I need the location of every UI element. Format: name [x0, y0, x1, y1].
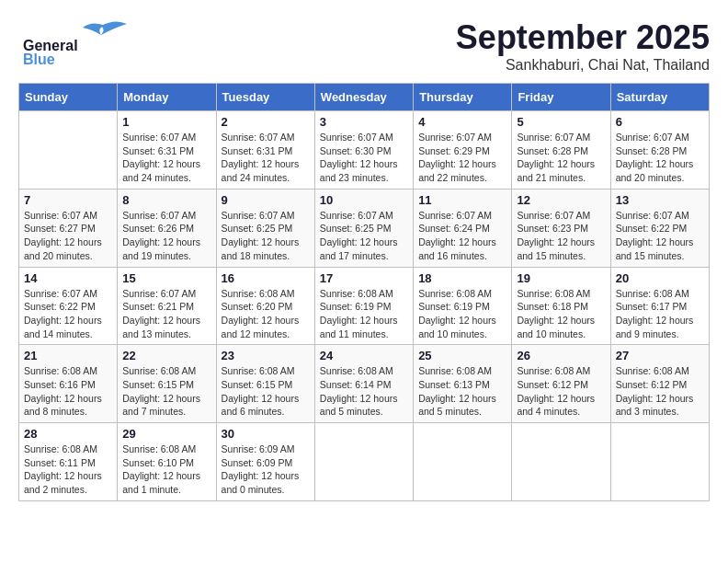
weekday-header-thursday: Thursday [414, 84, 512, 111]
day-info: Sunrise: 6:07 AMSunset: 6:23 PMDaylight:… [517, 209, 605, 263]
day-number: 21 [24, 349, 112, 362]
day-info: Sunrise: 6:07 AMSunset: 6:22 PMDaylight:… [616, 209, 704, 263]
day-number: 7 [24, 193, 112, 207]
calendar-cell: 7Sunrise: 6:07 AMSunset: 6:27 PMDaylight… [19, 189, 118, 267]
day-info: Sunrise: 6:09 AMSunset: 6:09 PMDaylight:… [222, 442, 310, 497]
day-number: 15 [122, 271, 210, 285]
day-number: 28 [24, 427, 112, 441]
day-number: 20 [616, 271, 704, 285]
weekday-header-monday: Monday [118, 84, 216, 111]
day-info: Sunrise: 6:07 AMSunset: 6:31 PMDaylight:… [222, 131, 310, 185]
calendar-cell: 22Sunrise: 6:08 AMSunset: 6:15 PMDayligh… [118, 345, 216, 423]
day-number: 26 [517, 349, 605, 362]
calendar-cell: 11Sunrise: 6:07 AMSunset: 6:24 PMDayligh… [414, 189, 512, 267]
calendar-cell: 2Sunrise: 6:07 AMSunset: 6:31 PMDaylight… [216, 111, 314, 190]
calendar-cell [314, 423, 413, 501]
calendar-cell: 9Sunrise: 6:07 AMSunset: 6:25 PMDaylight… [216, 189, 314, 267]
day-info: Sunrise: 6:08 AMSunset: 6:10 PMDaylight:… [122, 442, 210, 497]
day-number: 25 [418, 349, 506, 362]
title-block: September 2025 Sankhaburi, Chai Nat, Tha… [456, 18, 710, 74]
day-number: 27 [616, 349, 704, 362]
day-info: Sunrise: 6:08 AMSunset: 6:11 PMDaylight:… [24, 442, 112, 497]
day-number: 6 [616, 115, 704, 129]
calendar-cell: 24Sunrise: 6:08 AMSunset: 6:14 PMDayligh… [314, 345, 413, 423]
calendar-cell: 8Sunrise: 6:07 AMSunset: 6:26 PMDaylight… [118, 189, 216, 267]
calendar-cell: 21Sunrise: 6:08 AMSunset: 6:16 PMDayligh… [19, 345, 118, 423]
day-number: 8 [122, 193, 210, 207]
day-number: 5 [517, 115, 605, 129]
logo-svg: General Blue [18, 18, 129, 64]
calendar-cell: 3Sunrise: 6:07 AMSunset: 6:30 PMDaylight… [314, 111, 413, 190]
day-number: 2 [222, 115, 310, 129]
day-number: 12 [517, 193, 605, 207]
day-info: Sunrise: 6:08 AMSunset: 6:15 PMDaylight:… [122, 364, 210, 419]
day-info: Sunrise: 6:07 AMSunset: 6:30 PMDaylight:… [320, 131, 408, 185]
day-number: 24 [320, 349, 408, 362]
day-info: Sunrise: 6:07 AMSunset: 6:28 PMDaylight:… [517, 131, 605, 185]
calendar-cell: 17Sunrise: 6:08 AMSunset: 6:19 PMDayligh… [314, 267, 413, 345]
weekday-header-wednesday: Wednesday [314, 84, 413, 111]
calendar-cell: 28Sunrise: 6:08 AMSunset: 6:11 PMDayligh… [19, 423, 118, 501]
day-number: 16 [222, 271, 310, 285]
day-number: 19 [517, 271, 605, 285]
calendar-cell: 27Sunrise: 6:08 AMSunset: 6:12 PMDayligh… [610, 345, 709, 423]
month-title: September 2025 [456, 18, 710, 57]
day-info: Sunrise: 6:07 AMSunset: 6:27 PMDaylight:… [24, 209, 112, 263]
day-info: Sunrise: 6:08 AMSunset: 6:19 PMDaylight:… [320, 287, 408, 341]
day-number: 29 [122, 427, 210, 441]
day-info: Sunrise: 6:07 AMSunset: 6:26 PMDaylight:… [122, 209, 210, 263]
page-header: General Blue September 2025 Sankhaburi, … [18, 18, 710, 74]
calendar-cell: 19Sunrise: 6:08 AMSunset: 6:18 PMDayligh… [512, 267, 610, 345]
calendar-week-2: 14Sunrise: 6:07 AMSunset: 6:22 PMDayligh… [19, 267, 710, 345]
calendar-cell: 25Sunrise: 6:08 AMSunset: 6:13 PMDayligh… [414, 345, 512, 423]
day-number: 14 [24, 271, 112, 285]
day-info: Sunrise: 6:08 AMSunset: 6:20 PMDaylight:… [222, 287, 310, 341]
calendar-cell: 6Sunrise: 6:07 AMSunset: 6:28 PMDaylight… [610, 111, 709, 190]
calendar-cell: 23Sunrise: 6:08 AMSunset: 6:15 PMDayligh… [216, 345, 314, 423]
day-number: 30 [222, 427, 310, 441]
location: Sankhaburi, Chai Nat, Thailand [456, 57, 710, 74]
calendar-cell: 16Sunrise: 6:08 AMSunset: 6:20 PMDayligh… [216, 267, 314, 345]
day-info: Sunrise: 6:07 AMSunset: 6:31 PMDaylight:… [122, 131, 210, 185]
day-info: Sunrise: 6:08 AMSunset: 6:12 PMDaylight:… [517, 364, 605, 419]
header-row: SundayMondayTuesdayWednesdayThursdayFrid… [19, 84, 710, 111]
svg-text:Blue: Blue [23, 52, 55, 64]
day-number: 3 [320, 115, 408, 129]
calendar-cell [414, 423, 512, 501]
calendar-cell [512, 423, 610, 501]
day-info: Sunrise: 6:07 AMSunset: 6:22 PMDaylight:… [24, 287, 112, 341]
calendar-header: SundayMondayTuesdayWednesdayThursdayFrid… [19, 84, 710, 111]
day-info: Sunrise: 6:08 AMSunset: 6:16 PMDaylight:… [24, 364, 112, 419]
day-info: Sunrise: 6:07 AMSunset: 6:25 PMDaylight:… [320, 209, 408, 263]
calendar-week-1: 7Sunrise: 6:07 AMSunset: 6:27 PMDaylight… [19, 189, 710, 267]
calendar-cell: 10Sunrise: 6:07 AMSunset: 6:25 PMDayligh… [314, 189, 413, 267]
weekday-header-tuesday: Tuesday [216, 84, 314, 111]
calendar-cell: 12Sunrise: 6:07 AMSunset: 6:23 PMDayligh… [512, 189, 610, 267]
calendar-cell: 30Sunrise: 6:09 AMSunset: 6:09 PMDayligh… [216, 423, 314, 501]
day-number: 22 [122, 349, 210, 362]
calendar-week-4: 28Sunrise: 6:08 AMSunset: 6:11 PMDayligh… [19, 423, 710, 501]
calendar-table: SundayMondayTuesdayWednesdayThursdayFrid… [18, 83, 710, 501]
day-info: Sunrise: 6:08 AMSunset: 6:14 PMDaylight:… [320, 364, 408, 419]
day-number: 9 [222, 193, 310, 207]
weekday-header-sunday: Sunday [19, 84, 118, 111]
day-info: Sunrise: 6:07 AMSunset: 6:21 PMDaylight:… [122, 287, 210, 341]
day-info: Sunrise: 6:07 AMSunset: 6:28 PMDaylight:… [616, 131, 704, 185]
day-info: Sunrise: 6:07 AMSunset: 6:29 PMDaylight:… [418, 131, 506, 185]
weekday-header-friday: Friday [512, 84, 610, 111]
day-number: 4 [418, 115, 506, 129]
logo: General Blue [18, 18, 129, 64]
day-number: 18 [418, 271, 506, 285]
day-info: Sunrise: 6:08 AMSunset: 6:13 PMDaylight:… [418, 364, 506, 419]
calendar-cell: 15Sunrise: 6:07 AMSunset: 6:21 PMDayligh… [118, 267, 216, 345]
day-info: Sunrise: 6:08 AMSunset: 6:12 PMDaylight:… [616, 364, 704, 419]
calendar-week-0: 1Sunrise: 6:07 AMSunset: 6:31 PMDaylight… [19, 111, 710, 190]
calendar-week-3: 21Sunrise: 6:08 AMSunset: 6:16 PMDayligh… [19, 345, 710, 423]
day-info: Sunrise: 6:08 AMSunset: 6:17 PMDaylight:… [616, 287, 704, 341]
calendar-cell: 20Sunrise: 6:08 AMSunset: 6:17 PMDayligh… [610, 267, 709, 345]
day-info: Sunrise: 6:07 AMSunset: 6:24 PMDaylight:… [418, 209, 506, 263]
day-number: 11 [418, 193, 506, 207]
day-info: Sunrise: 6:08 AMSunset: 6:18 PMDaylight:… [517, 287, 605, 341]
day-number: 1 [122, 115, 210, 129]
weekday-header-saturday: Saturday [610, 84, 709, 111]
